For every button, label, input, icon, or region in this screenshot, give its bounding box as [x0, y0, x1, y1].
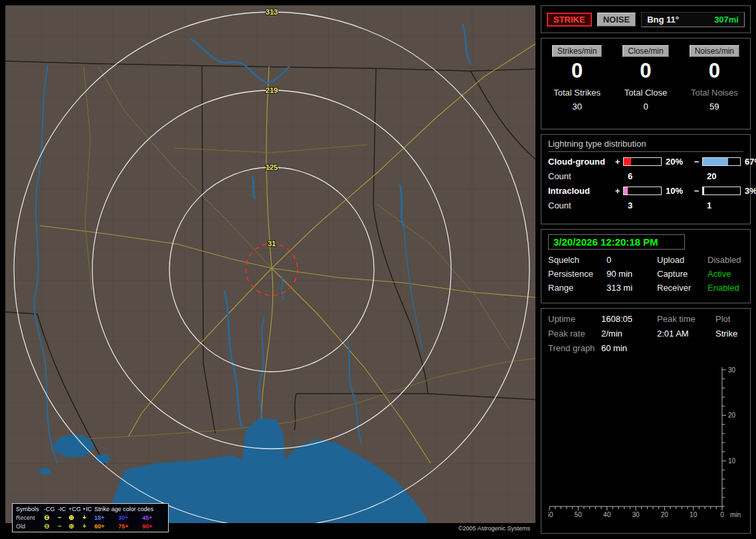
cg-negative-bar: [702, 157, 741, 166]
cg-positive-pct: 20%: [663, 157, 691, 167]
cg-negative-pct: 67%: [742, 157, 756, 167]
strike-symbol-icon: −: [58, 522, 68, 530]
svg-text:0: 0: [720, 511, 724, 518]
legend-row-label: Old: [16, 522, 44, 530]
plus-sign: +: [613, 157, 622, 167]
legend-age-title: Strike age color codes: [94, 505, 165, 513]
sidebar: STRIKE NOISE Bng 11° 307mi Strikes/min 0…: [541, 5, 751, 534]
ic-negative-count: 1: [702, 200, 741, 210]
last-strike-distance: 307mi: [714, 15, 739, 25]
lake: [54, 435, 94, 457]
close-per-min-value: 0: [640, 59, 651, 83]
legend-symbol-col-label: +IC: [82, 505, 94, 513]
svg-text:50: 50: [575, 511, 583, 518]
ic-negative-pct: 3%: [742, 186, 756, 196]
lightning-distribution-title: Lightning type distribution: [548, 138, 743, 152]
strike-symbol-icon: +: [82, 522, 94, 530]
squelch-value: 0: [607, 255, 657, 265]
cg-positive-bar: [623, 157, 662, 166]
legend-symbol-col-label: -CG: [44, 505, 58, 513]
strike-legend: Symbols-CG-IC+CG+ICStrike age color code…: [12, 503, 169, 532]
receiver-label: Receiver: [657, 283, 708, 293]
ic-count-label: Count: [548, 200, 612, 210]
cloud-ground-label: Cloud-ground: [548, 157, 612, 167]
strike-symbol-icon: ⊕: [68, 514, 82, 522]
stats-grid: Uptime 1608:05 Peak time Plot Peak rate …: [548, 314, 743, 353]
uptime-label: Uptime: [548, 314, 601, 324]
copyright-text: ©2005 Astrogenic Systems: [458, 525, 530, 532]
ic-positive-bar: [623, 187, 662, 195]
uptime-value: 1608:05: [601, 314, 657, 324]
strikes-per-min-value: 0: [571, 59, 583, 83]
noises-per-min-label: Noises/min: [690, 45, 739, 57]
persistence-label: Persistence: [548, 269, 607, 279]
indicator-section: STRIKE NOISE Bng 11° 307mi: [541, 5, 751, 33]
strikes-per-min-label: Strikes/min: [552, 45, 602, 57]
trend-graph-label: Trend graph: [548, 343, 601, 353]
lake: [96, 454, 110, 463]
cg-negative-count: 20: [702, 171, 741, 181]
persistence-value: 90 min: [607, 269, 657, 279]
range-ring-label: 219: [266, 86, 278, 94]
receiver-status: Enabled: [708, 283, 743, 293]
squelch-label: Squelch: [548, 255, 607, 265]
legend-symbol-col-label: +CG: [68, 505, 82, 513]
cloud-ground-row: Cloud-ground + 20% − 67%: [548, 157, 743, 167]
strike-legend-grid: Symbols-CG-IC+CG+ICStrike age color code…: [16, 505, 165, 530]
close-counter: Close/min 0 Total Close 0: [611, 45, 680, 125]
total-noises-value: 59: [709, 102, 719, 112]
age-code: 45+: [142, 514, 165, 522]
strike-indicator[interactable]: STRIKE: [547, 13, 592, 27]
age-code: 15+: [94, 514, 118, 522]
svg-text:min: min: [730, 511, 741, 518]
total-strikes-value: 30: [572, 102, 581, 112]
range-value: 313 mi: [607, 283, 657, 293]
trend-graph: 1020300102030405060min: [548, 362, 743, 529]
legend-symbol-col-label: -IC: [58, 505, 68, 513]
trend-section: Uptime 1608:05 Peak time Plot Peak rate …: [541, 308, 751, 534]
svg-text:30: 30: [632, 511, 640, 518]
strike-symbol-icon: ⊖: [44, 514, 58, 522]
lake: [39, 468, 51, 475]
bearing-display: Bng 11° 307mi: [641, 12, 745, 27]
strike-symbol-icon: ⊕: [68, 522, 82, 530]
upload-label: Upload: [657, 255, 708, 265]
close-ring-label: 31: [268, 240, 276, 248]
age-code: 90+: [142, 522, 165, 530]
rate-counters-section: Strikes/min 0 Total Strikes 30 Close/min…: [541, 38, 751, 129]
cg-count-label: Count: [548, 171, 612, 181]
plot-label: Plot: [715, 314, 743, 324]
peak-rate-label: Peak rate: [548, 329, 601, 339]
peak-time-value: 2:01 AM: [657, 329, 715, 339]
minus-sign: −: [692, 157, 701, 167]
ic-negative-bar: [702, 187, 741, 195]
cg-positive-count: 6: [623, 171, 662, 181]
age-code: 75+: [118, 522, 142, 530]
total-close-label: Total Close: [624, 88, 667, 98]
trend-graph-value: 60 min: [601, 343, 657, 353]
plus-sign: +: [613, 186, 622, 196]
age-code: 60+: [94, 522, 118, 530]
noises-per-min-value: 0: [709, 59, 720, 83]
range-label: Range: [548, 283, 607, 293]
ic-positive-count: 3: [623, 200, 662, 210]
svg-text:30: 30: [728, 366, 736, 374]
svg-text:10: 10: [728, 457, 736, 465]
intracloud-row: Intracloud + 10% − 3%: [548, 186, 743, 196]
lightning-map[interactable]: 31321912531: [5, 5, 535, 523]
app-window: 31321912531 ©2005 Astrogenic Systems Sym…: [0, 0, 756, 539]
total-close-value: 0: [643, 102, 648, 112]
minus-sign: −: [692, 186, 701, 196]
clock: 3/20/2026 12:20:18 PM: [548, 234, 685, 250]
plot-value: Strike: [715, 329, 743, 339]
strike-symbol-icon: +: [82, 514, 94, 522]
svg-text:10: 10: [690, 511, 698, 518]
map-panel: 31321912531 ©2005 Astrogenic Systems Sym…: [5, 5, 535, 534]
intracloud-label: Intracloud: [548, 186, 612, 196]
legend-row-label: Recent: [16, 514, 44, 522]
svg-text:60: 60: [548, 511, 553, 518]
peak-time-label: Peak time: [657, 314, 715, 324]
ic-positive-pct: 10%: [663, 186, 691, 196]
noise-indicator[interactable]: NOISE: [597, 13, 636, 27]
capture-status: Active: [708, 269, 743, 279]
